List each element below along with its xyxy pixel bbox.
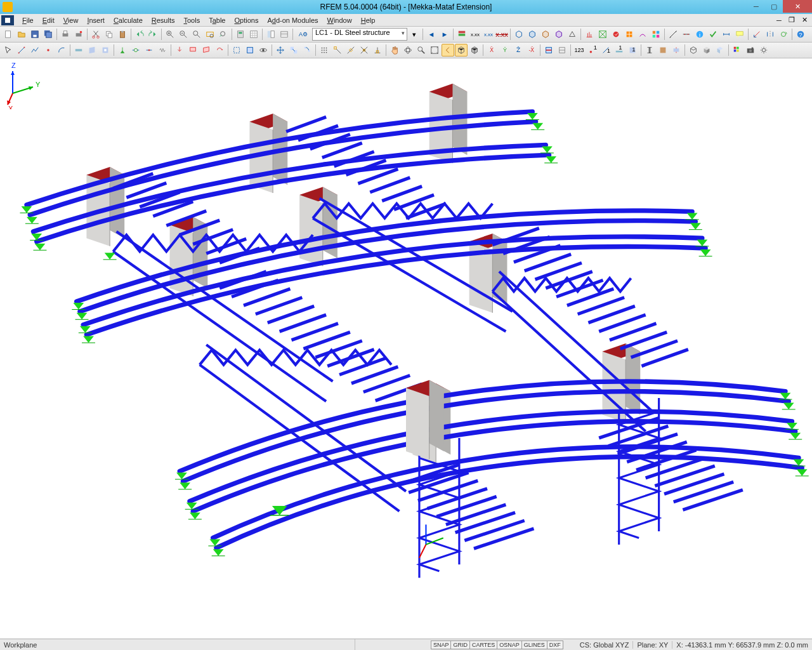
- nodal-load-icon[interactable]: [173, 44, 186, 56]
- rotate-copy-icon[interactable]: [301, 44, 313, 56]
- save-all-icon[interactable]: [42, 28, 55, 41]
- snap-intersect-icon[interactable]: [358, 44, 370, 56]
- pointer-icon[interactable]: [2, 44, 15, 56]
- move-icon[interactable]: [274, 44, 287, 56]
- area-load-icon[interactable]: [200, 44, 213, 56]
- solid-icon[interactable]: [468, 44, 481, 56]
- copy-icon[interactable]: [103, 28, 115, 41]
- menu-tools[interactable]: Tools: [179, 15, 204, 25]
- maximize-button[interactable]: ▢: [765, 0, 783, 13]
- zoom-window-icon[interactable]: [190, 28, 203, 41]
- line-load-icon[interactable]: [187, 44, 199, 56]
- cut-icon[interactable]: [89, 28, 102, 41]
- snap-mid-icon[interactable]: [344, 44, 357, 56]
- ucs-y-icon[interactable]: Ŷ: [499, 44, 511, 56]
- menu-calculate[interactable]: Calculate: [109, 15, 147, 25]
- menu-window[interactable]: Window: [323, 15, 357, 25]
- toggle-osnap[interactable]: OSNAP: [497, 640, 522, 649]
- close-button[interactable]: ✕: [783, 0, 812, 13]
- print-graphic-icon[interactable]: [72, 28, 85, 41]
- dim-icon[interactable]: [720, 28, 733, 41]
- redo-icon[interactable]: [147, 28, 159, 41]
- colors-icon[interactable]: [731, 44, 743, 56]
- zoom-all-icon[interactable]: [428, 44, 441, 56]
- member-num-icon[interactable]: 1: [613, 44, 625, 56]
- check-icon[interactable]: [707, 28, 719, 41]
- show-values-icon[interactable]: x.xx: [482, 28, 495, 41]
- mdi-restore-button[interactable]: ❐: [785, 14, 798, 27]
- cross-section-icon[interactable]: [643, 44, 656, 56]
- snap-grid-icon[interactable]: [318, 44, 331, 56]
- clip-icon[interactable]: [556, 44, 568, 56]
- zoom-previous-icon[interactable]: [217, 28, 230, 41]
- zoom-out-icon[interactable]: [177, 28, 190, 41]
- divide-icon[interactable]: [680, 28, 693, 41]
- release-icon[interactable]: [143, 44, 155, 56]
- zoom-in-icon[interactable]: [164, 28, 176, 41]
- select-special-icon[interactable]: [230, 44, 243, 56]
- select-rect-icon[interactable]: [244, 44, 256, 56]
- comment-icon[interactable]: [733, 28, 746, 41]
- calculator-icon[interactable]: [234, 28, 247, 41]
- module-icon[interactable]: [650, 28, 662, 41]
- opening-icon[interactable]: [99, 44, 112, 56]
- thickness-icon[interactable]: [670, 44, 683, 56]
- paste-icon[interactable]: [116, 28, 129, 41]
- ucs-x-icon[interactable]: X̂: [485, 44, 498, 56]
- camera-icon[interactable]: [744, 44, 757, 56]
- mesh-icon[interactable]: [596, 28, 609, 41]
- ucs-z-icon[interactable]: Ẑ: [512, 44, 525, 56]
- navigator-icon[interactable]: [265, 28, 277, 41]
- table-icon[interactable]: [278, 28, 291, 41]
- snap-end-icon[interactable]: [331, 44, 344, 56]
- hinge-icon[interactable]: [129, 44, 142, 56]
- render-shaded-icon[interactable]: [700, 44, 713, 56]
- show-loads-icon[interactable]: x.xx: [469, 28, 481, 41]
- print-icon[interactable]: [59, 28, 72, 41]
- node-num-icon[interactable]: 1: [586, 44, 599, 56]
- view-y-icon[interactable]: [539, 28, 552, 41]
- app-logo[interactable]: [1, 15, 14, 25]
- menu-insert[interactable]: Insert: [82, 15, 109, 25]
- rotate-icon[interactable]: [777, 28, 790, 41]
- view-z-icon[interactable]: [553, 28, 565, 41]
- measure-icon[interactable]: [667, 28, 679, 41]
- show-results-icon[interactable]: x.xx: [495, 28, 508, 41]
- generate-icon[interactable]: [583, 28, 596, 41]
- toggle-cartes[interactable]: CARTES: [469, 640, 497, 649]
- settings-icon[interactable]: [757, 44, 770, 56]
- line-icon[interactable]: [15, 44, 28, 56]
- menu-addon[interactable]: Add-on Modules: [263, 15, 322, 25]
- view-x-icon[interactable]: [526, 28, 539, 41]
- menu-edit[interactable]: Edit: [38, 15, 59, 25]
- display-props-icon[interactable]: [455, 28, 468, 41]
- menu-file[interactable]: File: [18, 15, 38, 25]
- material-icon[interactable]: [657, 44, 669, 56]
- loadcase-list-icon[interactable]: ▾: [408, 28, 421, 41]
- menu-results[interactable]: Results: [147, 15, 180, 25]
- menu-help[interactable]: Help: [357, 15, 380, 25]
- line-num-icon[interactable]: 1: [599, 44, 612, 56]
- local-axes-icon[interactable]: [750, 28, 763, 41]
- 3d-viewport[interactable]: Z Y X: [0, 58, 812, 639]
- arc-icon[interactable]: [55, 44, 68, 56]
- snap-perp-icon[interactable]: [371, 44, 384, 56]
- undo-icon[interactable]: [133, 28, 146, 41]
- visibility-icon[interactable]: [257, 44, 270, 56]
- next-loadcase-icon[interactable]: ►: [438, 28, 451, 41]
- surface-num-icon[interactable]: 1: [626, 44, 639, 56]
- optimize-icon[interactable]: [636, 28, 649, 41]
- auto-icon[interactable]: A⚙: [295, 28, 311, 41]
- minimize-button[interactable]: ─: [747, 0, 765, 13]
- render-outline-icon[interactable]: [687, 44, 700, 56]
- moment-icon[interactable]: [213, 44, 226, 56]
- toggle-snap[interactable]: SNAP: [431, 640, 452, 649]
- mdi-minimize-button[interactable]: ─: [773, 14, 785, 27]
- mdi-close-button[interactable]: ✕: [798, 14, 811, 27]
- mirror-icon[interactable]: [764, 28, 776, 41]
- prev-loadcase-icon[interactable]: ◄: [425, 28, 438, 41]
- toggle-glines[interactable]: GLINES: [521, 640, 547, 649]
- section-icon[interactable]: [542, 44, 555, 56]
- open-icon[interactable]: [15, 28, 28, 41]
- new-icon[interactable]: [2, 28, 15, 41]
